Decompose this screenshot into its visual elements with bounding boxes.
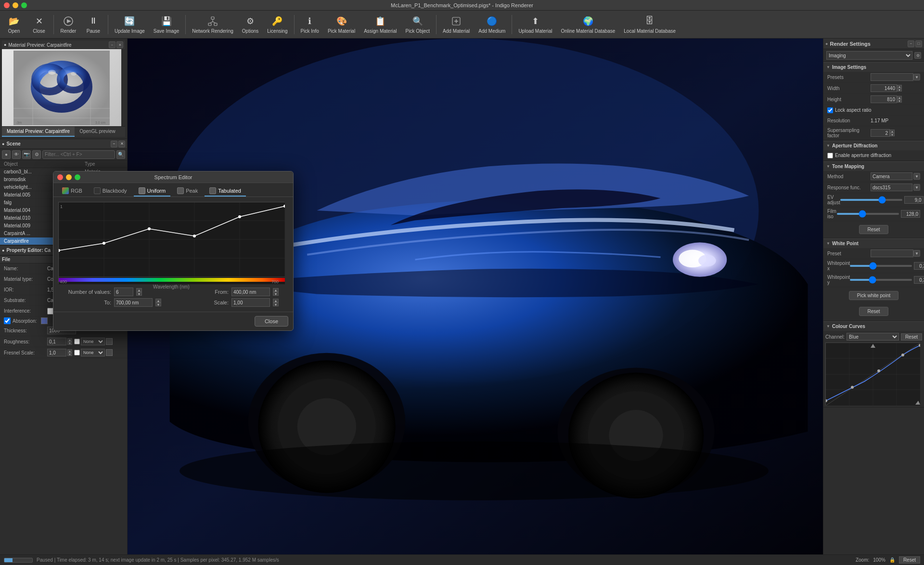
roughness-up[interactable]: ▲ [67, 338, 72, 342]
rs-min-btn[interactable]: − [908, 40, 914, 47]
scene-min-btn[interactable]: − [111, 141, 117, 147]
ev-slider[interactable] [840, 199, 902, 201]
preview-close-btn[interactable]: ✕ [116, 41, 123, 48]
film-slider[interactable] [837, 213, 899, 215]
ss-spin-btns[interactable]: ▲ ▼ [890, 130, 895, 136]
width-up[interactable]: ▲ [897, 85, 902, 88]
toolbar-pick-object[interactable]: 🔍 Pick Object [402, 13, 434, 37]
to-spinner[interactable]: ▲ ▼ [155, 299, 161, 306]
whitepoint-x-slider[interactable] [850, 265, 912, 267]
fresnel-down[interactable]: ▼ [67, 353, 72, 356]
spectrum-min-btn[interactable] [66, 174, 72, 180]
whitepoint-y-slider[interactable] [850, 279, 912, 281]
scene-controls[interactable]: − ✕ [111, 141, 125, 147]
scale-input[interactable] [231, 298, 270, 307]
preview-controls[interactable]: − ✕ [109, 41, 123, 48]
tab-peak[interactable]: Peak [172, 186, 203, 197]
whitepoint-y-value[interactable] [914, 276, 924, 284]
scale-up[interactable]: ▲ [273, 299, 279, 302]
spectrum-window-buttons[interactable] [57, 174, 80, 180]
tone-method-value[interactable]: Camera [871, 172, 912, 180]
spectrum-close-btn[interactable] [57, 174, 63, 180]
colour-curves-header[interactable]: Colour Curves [823, 321, 924, 331]
width-down[interactable]: ▼ [897, 88, 902, 92]
tab-rgb[interactable]: RGB [57, 186, 87, 197]
ss-up[interactable]: ▲ [890, 130, 895, 133]
num-values-down[interactable]: ▼ [136, 292, 142, 296]
scene-toolbar-btn-1[interactable]: ● [2, 150, 11, 159]
response-dropdown[interactable]: ▼ [913, 184, 920, 191]
tone-mapping-header[interactable]: Tone Mapping [823, 161, 924, 171]
tone-reset-button[interactable]: Reset [859, 225, 888, 234]
white-point-header[interactable]: White Point [823, 238, 924, 248]
width-input[interactable] [871, 84, 897, 92]
response-func-value[interactable]: dscs315 [871, 184, 912, 191]
imaging-select[interactable]: Imaging [826, 51, 912, 60]
roughness-swatch[interactable] [106, 338, 113, 345]
imaging-settings-btn[interactable]: ⚙ [914, 52, 921, 59]
image-settings-header[interactable]: Image Settings [823, 62, 924, 72]
roughness-dropdown[interactable]: None [81, 338, 105, 345]
toolbar-options[interactable]: ⚙ Options [238, 13, 262, 37]
supersampling-input[interactable] [871, 129, 890, 137]
tab-blackbody[interactable]: Blackbody [89, 186, 132, 197]
to-input[interactable] [114, 298, 153, 307]
toolbar-add-material[interactable]: Add Material [439, 13, 474, 37]
wp-preset-input[interactable] [871, 250, 913, 257]
fresnel-swatch[interactable] [106, 349, 113, 356]
wp-reset-button[interactable]: Reset [859, 307, 888, 316]
toolbar-open[interactable]: 📂 Open [2, 13, 26, 37]
scale-spinner[interactable]: ▲ ▼ [273, 299, 279, 306]
aperture-checkbox[interactable] [827, 153, 833, 158]
height-down[interactable]: ▼ [897, 99, 902, 103]
toolbar-render[interactable]: Render [56, 13, 80, 37]
fresnel-checkbox[interactable] [74, 350, 80, 355]
film-value[interactable] [901, 210, 920, 218]
toolbar-licensing[interactable]: 🔑 Licensing [263, 13, 291, 37]
from-down[interactable]: ▼ [273, 292, 279, 296]
status-reset-button[interactable]: Reset [899, 556, 920, 564]
roughness-checkbox[interactable] [74, 339, 80, 344]
toolbar-pick-info[interactable]: ℹ Pick Info [297, 13, 323, 37]
height-up[interactable]: ▲ [897, 96, 902, 99]
toolbar-pick-material[interactable]: 🎨 Pick Material [324, 13, 359, 37]
toolbar-assign-material[interactable]: 📋 Assign Material [360, 13, 400, 37]
ev-value[interactable] [904, 196, 924, 204]
tone-method-dropdown[interactable]: ▼ [913, 173, 920, 180]
tab-uniform[interactable]: Uniform [134, 186, 171, 197]
toolbar-online-db[interactable]: 🌍 Online Material Database [557, 13, 619, 37]
fresnel-up[interactable]: ▲ [67, 349, 72, 353]
height-spin-btns[interactable]: ▲ ▼ [897, 96, 902, 103]
roughness-down[interactable]: ▼ [67, 342, 72, 345]
scene-toolbar-btn-3[interactable]: 📷 [22, 150, 31, 159]
lock-aspect-checkbox[interactable] [827, 107, 833, 113]
fresnel-spinner[interactable]: ▲ ▼ [67, 349, 72, 356]
presets-btn[interactable]: ▼ [913, 74, 920, 80]
preview-min-btn[interactable]: − [109, 41, 116, 48]
toolbar-add-medium[interactable]: 🔵 Add Medium [475, 13, 509, 37]
toolbar-upload-material[interactable]: ⬆ Upload Material [514, 13, 556, 37]
scene-toolbar-btn-4[interactable]: ⚙ [32, 150, 41, 159]
preview-tab-material[interactable]: Material Preview: Carpaintfire [2, 127, 75, 137]
window-controls[interactable] [4, 2, 27, 8]
toolbar-local-db[interactable]: 🗄 Local Material Database [620, 13, 680, 37]
toolbar-save-image[interactable]: 💾 Save Image [150, 13, 183, 37]
scene-search-btn[interactable]: 🔍 [116, 150, 125, 159]
fresnel-input[interactable] [47, 349, 66, 356]
spectrum-close-button[interactable]: Close [255, 316, 288, 327]
toolbar-close[interactable]: ✕ Close [27, 13, 51, 37]
toolbar-update-image[interactable]: 🔄 Update Image [111, 13, 149, 37]
curves-channel-select[interactable]: Blue Red Green [847, 333, 899, 341]
scene-toolbar-btn-2[interactable]: 👁 [12, 150, 21, 159]
toolbar-pause[interactable]: ⏸ Pause [81, 13, 105, 37]
tab-tabulated[interactable]: Tabulated [205, 186, 246, 197]
presets-dropdown[interactable] [871, 73, 913, 81]
right-panel-close-btn[interactable]: ● [825, 41, 828, 46]
rs-window-controls[interactable]: − □ [908, 40, 922, 47]
height-input[interactable] [871, 95, 897, 103]
pick-white-point-button[interactable]: Pick white point [849, 291, 898, 300]
width-spin-btns[interactable]: ▲ ▼ [897, 85, 902, 92]
close-button[interactable] [4, 2, 10, 8]
scale-down[interactable]: ▼ [273, 302, 279, 306]
spectrum-max-btn[interactable] [75, 174, 80, 180]
